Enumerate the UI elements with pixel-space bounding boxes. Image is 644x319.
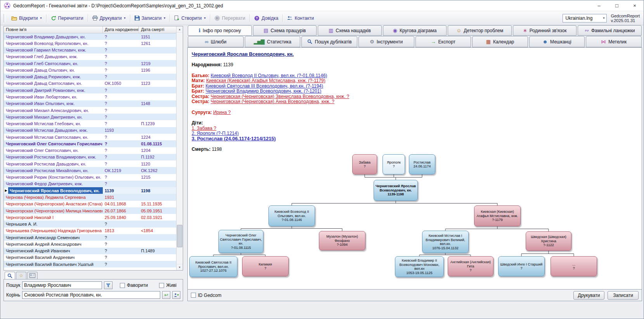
table-row[interactable]: Черниговский Давыд Святославич, кн.ОК.10… — [4, 80, 176, 87]
save-button[interactable]: Записати▾ — [132, 14, 169, 22]
tab-family-chains[interactable]: ∾Фамильні ланцюжки — [578, 25, 642, 36]
relation-person-link[interactable]: Киевский Святослав III Всеволодович, вел… — [206, 83, 323, 89]
table-row[interactable]: Черниговский Мстислав Давыдович, кнж.119… — [4, 127, 176, 134]
filter-button[interactable] — [104, 281, 113, 289]
table-row[interactable]: Черногорская (Черногорская) Анастасия (С… — [4, 201, 176, 207]
alive-checkbox[interactable] — [159, 283, 164, 288]
table-row[interactable]: Черниговский Владимир Давыдович, кн.?115… — [4, 33, 176, 40]
table-row[interactable]: Черниговский Ростислав Михайлович, кн.ОК… — [4, 167, 176, 174]
table-row[interactable]: Черниговский Михаил Александрович, кн.? — [4, 107, 176, 114]
table-row[interactable]: Черниговский Михаил Дмитриевич, кн.? — [4, 114, 176, 120]
table-row[interactable]: Чернятинский Александр Семенович? — [4, 234, 176, 241]
tab-descendants-chart[interactable]: ▥Схема нащадків — [318, 25, 382, 36]
tree-node-rostislav[interactable]: Ростислав24.06.1174 — [409, 154, 435, 174]
table-row[interactable]: Чернышев А. И.? — [4, 221, 176, 227]
table-row[interactable]: Черногорский Николай I25.09.184002.03.19… — [4, 214, 176, 221]
relation-person-link[interactable]: Черниговская (Черниговская) Анна Всеволо… — [211, 99, 334, 104]
child-person-link[interactable]: 3. Ростислав (24.06.1174-1214/1215) — [192, 136, 276, 141]
relation-person-link[interactable]: Черниговский Владимир Всеволодович, кнж.… — [206, 88, 322, 94]
relation-person-link[interactable]: Киевская (Киевская) Агафья Мстиславна, к… — [206, 78, 325, 83]
close-button[interactable]: × — [626, 0, 644, 11]
table-row[interactable]: Черниговский Давыд Ольгович, кн.?1196 — [4, 67, 176, 73]
tab-statistics[interactable]: ▂▅▇Статистика — [245, 36, 301, 47]
mini-tab-favorites[interactable]: ☆ — [16, 272, 26, 279]
relation-person-link[interactable]: Черниговская (Черниговская) Звенислава В… — [211, 94, 349, 99]
table-row[interactable]: Черниговский Ростислав Давыдович, кн.?11… — [4, 160, 176, 167]
id-gedcom-checkbox[interactable] — [191, 293, 196, 298]
table-row[interactable]: Черниговский Всеволод Ярополкович, кн.?1… — [4, 40, 176, 47]
column-header-birth[interactable]: Дата народження — [103, 26, 139, 33]
tree-node-vladimir2[interactable]: Киевский Владимир II Всеволодович Монома… — [395, 256, 444, 277]
table-row[interactable]: Черниговский Давыд Рюрикович, кнж.? — [4, 74, 176, 80]
tree-node-dots[interactable]: ...? — [551, 256, 597, 276]
create-button[interactable]: Створити▾ — [171, 14, 209, 22]
table-row[interactable]: Черниговский Олег Святославич, кн.?1204 — [4, 147, 176, 154]
tab-marriages[interactable]: ∞Шлюби — [188, 36, 244, 47]
reset-root-button[interactable]: ↩ — [162, 291, 170, 299]
tree-node-vsevolod2[interactable]: Киевский Всеволод II Ольгович, вел.кн.?-… — [268, 205, 315, 226]
mini-tab-person-card[interactable] — [27, 272, 38, 279]
tab-circular-diagram[interactable]: ◉Кругова діаграма — [383, 25, 447, 36]
mini-tab-search[interactable] — [5, 272, 15, 279]
search-input[interactable] — [22, 281, 102, 289]
table-row[interactable]: Черниговский Мстислав Глебович, кн.?П.12… — [4, 120, 176, 127]
open-button[interactable]: Відкрити▾ — [8, 14, 45, 22]
table-row[interactable]: Черниговский Иван Ольгович, кнж.?1148 — [4, 100, 176, 107]
table-row[interactable]: Чернятинский Андрей Александрович? — [4, 241, 176, 247]
column-header-name[interactable]: Повне ім'я — [4, 26, 103, 33]
scroll-down-button[interactable]: ▼ — [177, 264, 183, 270]
table-row[interactable]: Чернова (Чернова) Людмила Сергеевна1931 — [4, 194, 176, 200]
table-row[interactable]: Черниговский Федор Дмитриевич, кнж.? — [4, 181, 176, 187]
create-dropdown-arrow[interactable]: ▾ — [204, 16, 206, 20]
language-select[interactable]: Ukrainian.lng ▾ — [563, 14, 607, 22]
table-row[interactable]: Чернятинский Василий Андреевич? — [4, 254, 176, 261]
tree-node-kilikiya[interactable]: Киликия? — [242, 256, 289, 276]
tab-export[interactable]: →Експорт — [415, 36, 471, 47]
vertical-scrollbar[interactable]: ▲ ▼ — [176, 26, 183, 270]
table-row[interactable]: Черниговский Ростислав Владимирович, кнж… — [4, 154, 176, 160]
set-root-button[interactable] — [172, 291, 180, 299]
print-dropdown-arrow[interactable]: ▾ — [124, 16, 126, 20]
table-row[interactable]: Черниговский Рюрик (Константин) Ольгович… — [4, 174, 176, 181]
table-row[interactable]: Черниговский Мстислав Святославич, кн.?1… — [4, 134, 176, 140]
tab-calendar[interactable]: ▦Календар — [472, 36, 528, 47]
tree-node-zabava[interactable]: Забава? — [352, 154, 377, 174]
table-row[interactable]: Черногорская (Черногорская) Милица Никол… — [4, 207, 176, 214]
table-row[interactable]: Черниговский Гавриил Мстиславич, кнж.? — [4, 47, 176, 53]
table-row[interactable]: Черниговский Дмитрий Романович, кнж.? — [4, 87, 176, 93]
column-header-death[interactable]: Дата смерті — [139, 26, 176, 33]
print-button[interactable]: Друкувати — [573, 291, 604, 300]
contacts-button[interactable]: Контакти — [284, 14, 317, 22]
favorites-checkbox[interactable] — [120, 283, 125, 288]
tab-problem-detector[interactable]: ☺Детектор проблем — [448, 25, 512, 36]
relation-person-link[interactable]: Киевский Всеволод II Ольгович, вел.кн. (… — [211, 73, 327, 78]
scrollbar-thumb[interactable] — [177, 225, 182, 247]
scroll-up-button[interactable]: ▲ — [177, 26, 183, 33]
table-row[interactable]: Черниговский Олег Святославич Гориславич… — [4, 140, 176, 147]
tree-node-hristina[interactable]: Шведская (Шведская) Христина?-1122 — [526, 231, 571, 251]
child-person-link[interactable]: 2. Ярополк (?-П.1214) — [192, 131, 239, 136]
tab-person-info[interactable]: ℹІнфо про персону — [188, 25, 252, 36]
maximize-button[interactable]: □ — [608, 0, 626, 11]
tree-node-agafya[interactable]: Киевская (Киевская) Агафья Мстиславна, к… — [474, 205, 521, 226]
table-row[interactable]: Чернятинский Андрей Иванович?П.1489 — [4, 248, 176, 254]
help-button[interactable]: ?Довідка — [251, 14, 281, 22]
tab-tools[interactable]: ⚙Інструменти — [358, 36, 414, 47]
tree-node-yaroslav[interactable]: Черниговский Ярослав Всеволодович, кн.11… — [374, 180, 418, 201]
spouse-link[interactable]: Ирина ? — [213, 110, 230, 115]
person-title-link[interactable]: Черниговский Ярослав Всеволодович, кн. — [192, 52, 294, 57]
tab-residents[interactable]: ☻Мешканці — [529, 36, 585, 47]
root-person-input[interactable] — [22, 291, 160, 299]
tree-node-svyatoslav2[interactable]: Киевский Святослав II Ярославич, вел.кн.… — [189, 256, 237, 277]
table-row[interactable]: Чернышева (Чернышева) Надежда Григорьевн… — [4, 228, 176, 234]
table-row[interactable]: Черниговский Иван Любартович, кн.? — [4, 93, 176, 100]
table-row[interactable]: ▶Черниговский Ярослав Всеволодович, кн.1… — [4, 187, 176, 194]
tree-node-gita[interactable]: Английская (Английская) Гита? — [448, 256, 493, 276]
minimize-button[interactable]: – — [590, 0, 608, 11]
tree-node-inge[interactable]: Шведский Инге I Старший? — [498, 256, 545, 276]
tab-ancestors-chart[interactable]: ▤Схема пращурів — [253, 25, 317, 36]
tab-duplicate-search[interactable]: Пошук дублікатів — [301, 36, 357, 47]
print-button[interactable]: Друкувати▾ — [89, 14, 129, 22]
tree-node-yaropolk[interactable]: Ярополк? — [383, 154, 405, 174]
reread-button[interactable]: Перечитати — [48, 14, 87, 22]
